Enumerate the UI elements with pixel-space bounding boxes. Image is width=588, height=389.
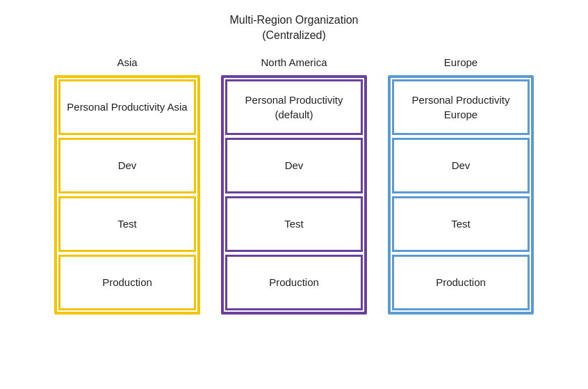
region-cell-northamerica-1: Dev (225, 138, 363, 193)
region-label-asia: Asia (117, 56, 137, 68)
region-column-northamerica: North AmericaPersonal Productivity (defa… (221, 56, 367, 315)
region-cell-europe-2: Test (392, 196, 530, 252)
regions-container: AsiaPersonal Productivity AsiaDevTestPro… (14, 56, 574, 315)
page-title: Multi-Region Organization(Centralized) (230, 13, 359, 44)
region-cell-europe-1: Dev (392, 138, 530, 193)
region-cell-northamerica-2: Test (225, 196, 363, 252)
region-label-europe: Europe (444, 56, 477, 68)
region-cell-northamerica-3: Production (225, 255, 363, 310)
region-stack-northamerica: Personal Productivity (default)DevTestPr… (221, 75, 367, 315)
region-label-northamerica: North America (261, 56, 327, 68)
region-cell-northamerica-0: Personal Productivity (default) (225, 79, 363, 135)
region-cell-asia-0: Personal Productivity Asia (58, 79, 196, 135)
region-cell-asia-2: Test (58, 196, 196, 252)
region-cell-asia-3: Production (58, 255, 196, 310)
region-cell-asia-1: Dev (58, 138, 196, 193)
region-column-europe: EuropePersonal Productivity EuropeDevTes… (388, 56, 534, 315)
region-stack-asia: Personal Productivity AsiaDevTestProduct… (54, 75, 200, 315)
region-cell-europe-0: Personal Productivity Europe (392, 79, 530, 135)
region-stack-europe: Personal Productivity EuropeDevTestProdu… (388, 75, 534, 315)
region-column-asia: AsiaPersonal Productivity AsiaDevTestPro… (54, 56, 200, 315)
region-cell-europe-3: Production (392, 255, 530, 310)
